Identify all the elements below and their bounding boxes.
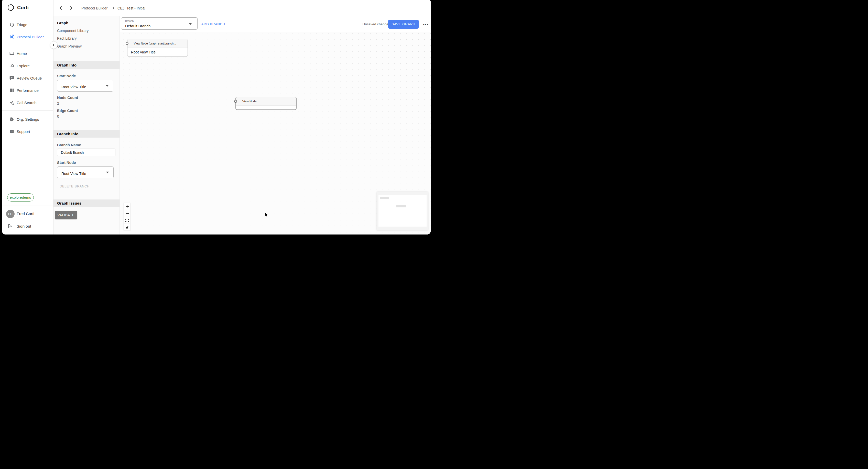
- brand-name: Corti: [17, 5, 29, 10]
- nav-forward-button[interactable]: [69, 6, 73, 10]
- node-handle[interactable]: [126, 42, 128, 45]
- tools-icon: [9, 34, 14, 40]
- sidebar-item-label: Call Search: [17, 100, 37, 105]
- sidebar-item-triage[interactable]: Triage: [2, 21, 54, 28]
- branch-info-title: Branch Info: [57, 132, 78, 136]
- sidebar-item-explore[interactable]: Explore: [2, 62, 54, 70]
- zoom-in-button[interactable]: [124, 203, 130, 210]
- validate-button[interactable]: VALIDATE: [55, 211, 77, 219]
- branch-info-header: Branch Info: [54, 130, 120, 138]
- sidebar-item-label: Review Queue: [17, 76, 42, 80]
- minimap-node: [380, 197, 389, 199]
- panel-tab-graph-preview[interactable]: Graph Preview: [57, 44, 82, 48]
- chevron-down-icon: [189, 23, 192, 25]
- zoom-out-button[interactable]: [124, 210, 130, 217]
- sidebar-item-support[interactable]: ? Support: [2, 128, 54, 135]
- breadcrumb-section[interactable]: Protocol Builder: [82, 6, 107, 10]
- canvas-toolbar: Branch Default Branch ADD BRANCH Unsaved…: [120, 16, 431, 32]
- start-node-label: Start Node: [57, 74, 76, 78]
- inbox-icon: [9, 51, 14, 56]
- graph-issues-header: Graph Issues: [54, 199, 120, 207]
- sidebar-item-review-queue[interactable]: Review Queue: [2, 74, 54, 82]
- save-graph-button[interactable]: SAVE GRAPH: [388, 20, 418, 29]
- user-name: Fred Corti: [17, 211, 34, 216]
- branch-select[interactable]: Branch Default Branch: [121, 18, 197, 30]
- graph-node-body: [236, 106, 296, 109]
- brand: Corti: [8, 4, 29, 11]
- more-options-button[interactable]: •••: [423, 22, 429, 27]
- graph-issues-title: Graph Issues: [57, 201, 82, 205]
- minimap-node: [396, 205, 406, 207]
- canvas-controls: [124, 203, 130, 231]
- sidebar-item-org-settings[interactable]: Org. Settings: [2, 115, 54, 123]
- dashboard-icon: [9, 88, 14, 93]
- graph-node-view[interactable]: View Node: [236, 97, 297, 110]
- branch-name-input-value: Default Branch: [61, 150, 84, 155]
- panel-tab-graph[interactable]: Graph: [57, 21, 68, 25]
- sidebar-item-label: Org. Settings: [17, 117, 39, 122]
- minimap[interactable]: [377, 192, 428, 230]
- panel-tab-component-library[interactable]: Component Library: [57, 29, 89, 33]
- fit-view-button[interactable]: [124, 217, 130, 224]
- svg-text:?: ?: [11, 130, 12, 133]
- graph-node-header: View Node (graph start,branch...: [127, 39, 188, 48]
- graph-info-title: Graph Info: [57, 63, 76, 67]
- branch-start-node-select-value: Root View Title: [61, 172, 86, 176]
- sidebar-item-label: Triage: [17, 23, 27, 27]
- environment-badge: exploredemo: [7, 193, 34, 202]
- branch-name-input[interactable]: Default Branch: [57, 148, 116, 156]
- branch-name-label: Branch Name: [57, 143, 81, 147]
- node-handle[interactable]: [234, 100, 237, 103]
- headset-icon: [9, 22, 14, 27]
- app-window: Corti Triage Protocol Builder: [2, 0, 431, 234]
- nav-back-button[interactable]: [59, 6, 63, 10]
- avatar[interactable]: FC: [6, 210, 14, 218]
- add-branch-button[interactable]: ADD BRANCH: [202, 22, 225, 26]
- sidebar-item-protocol-builder[interactable]: Protocol Builder: [2, 33, 54, 41]
- graph-info-header: Graph Info: [54, 61, 120, 69]
- panel-tab-fact-library[interactable]: Fact Library: [57, 36, 77, 40]
- sidebar-item-performance[interactable]: Performance: [2, 87, 54, 94]
- sign-out-button[interactable]: Sign out: [17, 224, 31, 229]
- graph-panel: Graph Component Library Fact Library Gra…: [54, 16, 120, 234]
- sidebar-item-call-search[interactable]: Call Search: [2, 99, 54, 106]
- sidebar-item-home[interactable]: Home: [2, 49, 54, 57]
- delete-branch-button[interactable]: DELETE BRANCH: [60, 185, 90, 188]
- sidebar-item-label: Protocol Builder: [17, 35, 44, 39]
- branch-start-node-select[interactable]: Root View Title: [57, 166, 114, 178]
- branch-select-value: Default Branch: [125, 24, 151, 28]
- edge-count-label: Edge Count: [57, 109, 78, 113]
- node-count-value: 2: [57, 101, 59, 105]
- avatar-initials: FC: [8, 212, 12, 216]
- chat-sparkle-icon: [9, 75, 14, 81]
- graph-node-body: Root View Title: [127, 48, 188, 56]
- graph-node-header-label: View Node (graph start,branch...: [134, 42, 176, 45]
- search-list-icon: [9, 63, 14, 69]
- chevron-down-icon: [106, 85, 109, 87]
- mouse-cursor: [265, 212, 269, 217]
- sidebar-item-label: Explore: [17, 64, 30, 68]
- edge-count-value: 0: [57, 114, 59, 119]
- gear-icon: [9, 116, 14, 122]
- graph-node-root[interactable]: View Node (graph start,branch... Root Vi…: [127, 39, 188, 57]
- branch-start-node-label: Start Node: [57, 161, 76, 165]
- corti-logo-icon: [8, 4, 14, 11]
- branch-select-label: Branch: [125, 20, 133, 23]
- sidebar-item-label: Performance: [17, 88, 39, 93]
- environment-badge-label: exploredemo: [10, 195, 31, 199]
- start-node-select[interactable]: Root View Title: [57, 80, 113, 92]
- chart-search-icon: [9, 100, 14, 105]
- sidebar: Corti Triage Protocol Builder: [2, 0, 54, 234]
- lock-button[interactable]: [124, 224, 130, 231]
- graph-node-body-label: Root View Title: [131, 50, 156, 54]
- screenshot-stage: Corti Triage Protocol Builder: [0, 0, 434, 234]
- graph-node-header: View Node: [236, 97, 296, 106]
- chevron-left-icon: [52, 43, 55, 46]
- unsaved-changes-label: Unsaved changes: [363, 22, 390, 26]
- sign-out-icon: [8, 224, 12, 229]
- start-node-select-value: Root View Title: [61, 85, 86, 89]
- graph-node-header-label: View Node: [242, 100, 256, 103]
- sidebar-collapse-button[interactable]: [50, 41, 58, 49]
- minimap-viewport: [378, 195, 427, 227]
- chevron-down-icon: [106, 172, 109, 173]
